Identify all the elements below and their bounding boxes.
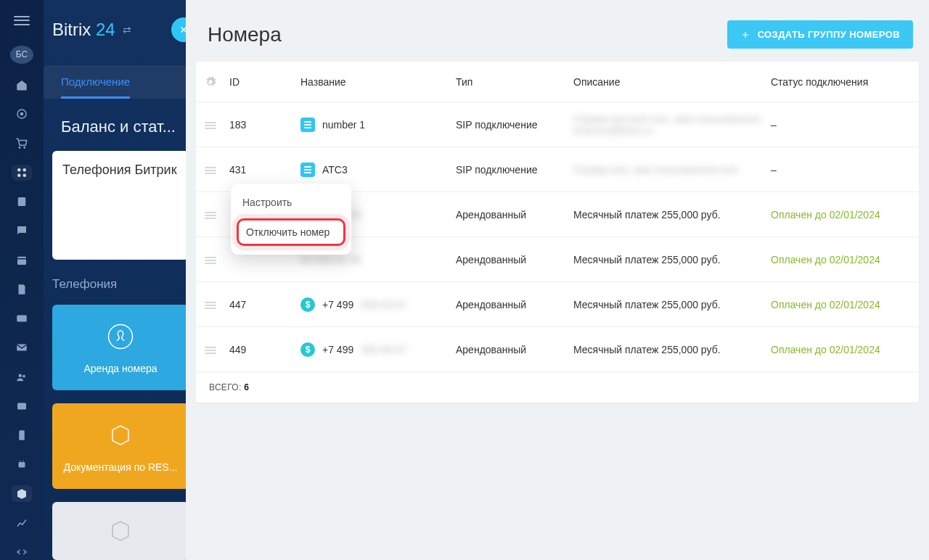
sip-icon: [300, 162, 315, 177]
cell-desc: Месячный платеж 255,000 руб.: [569, 254, 766, 265]
menu-configure[interactable]: Настроить: [231, 189, 351, 215]
cell-status: Оплачен до 02/01/2024: [766, 254, 919, 265]
drag-handle[interactable]: [205, 300, 216, 309]
cell-id: 449: [225, 344, 296, 355]
cell-desc: Сервер test.test.com, имя пользователя t…: [569, 113, 766, 136]
menu-disable-number[interactable]: Отключить номер: [237, 218, 345, 246]
mail-icon[interactable]: [12, 339, 32, 355]
table-header: ID Название Тип Описание Статус подключе…: [196, 62, 919, 102]
people-icon[interactable]: [12, 368, 32, 384]
sip-icon: [300, 118, 315, 132]
rent-number-label: Аренда номера: [84, 363, 157, 374]
home-icon[interactable]: [12, 77, 32, 93]
cell-desc: Месячный платеж 255,000 руб.: [569, 209, 766, 221]
docs-card[interactable]: Документация по RES...: [52, 403, 189, 489]
svg-rect-8: [17, 316, 27, 322]
phone-icon[interactable]: [12, 427, 32, 443]
avatar[interactable]: БС: [10, 46, 33, 64]
settings-icon[interactable]: [205, 76, 216, 88]
card-icon[interactable]: [12, 310, 32, 326]
svg-rect-12: [17, 403, 26, 409]
dollar-icon: $: [300, 342, 315, 357]
cell-name: $+7 499 983-88-87: [296, 342, 451, 357]
page-icon[interactable]: [12, 281, 32, 297]
extra-card[interactable]: [52, 502, 189, 560]
cell-status: –: [766, 119, 919, 131]
left-rail: БС: [0, 0, 44, 560]
svg-point-5: [23, 173, 27, 177]
cell-type: Арендованный: [451, 209, 569, 221]
cell-desc: Месячный платеж 255,000 руб.: [569, 299, 766, 310]
telephony-card[interactable]: Телефония Битрик: [52, 151, 189, 260]
badge-icon[interactable]: [12, 398, 32, 414]
chart-icon[interactable]: [12, 515, 32, 531]
cell-name: АТС3: [296, 162, 451, 177]
svg-point-15: [20, 461, 21, 462]
svg-rect-13: [19, 430, 25, 440]
drag-handle[interactable]: [205, 255, 216, 264]
cell-type: Арендованный: [451, 254, 569, 265]
table-row[interactable]: 447$+7 499 838-83-87АрендованныйМесячный…: [196, 282, 919, 327]
col-desc[interactable]: Описание: [569, 76, 766, 88]
svg-point-2: [17, 168, 21, 172]
docs-label: Документация по RES...: [64, 461, 178, 473]
svg-point-10: [19, 374, 22, 377]
table-row[interactable]: 449$+7 499 983-88-87АрендованныйМесячный…: [196, 327, 919, 372]
row-context-menu: Настроить Отключить номер: [231, 184, 351, 255]
col-name[interactable]: Название: [296, 76, 451, 88]
svg-point-11: [22, 374, 25, 377]
cell-status: Оплачен до 02/01/2024: [766, 344, 919, 355]
cell-type: SIP подключение: [451, 119, 569, 131]
cell-type: Арендованный: [451, 299, 569, 310]
code-icon[interactable]: [12, 544, 32, 560]
svg-point-3: [23, 168, 27, 172]
cell-status: Оплачен до 02/01/2024: [766, 209, 919, 221]
cell-status: Оплачен до 02/01/2024: [766, 299, 919, 310]
cell-desc: Месячный платеж 255,000 руб.: [569, 344, 766, 355]
rent-number-card[interactable]: Аренда номера: [52, 305, 189, 390]
col-id[interactable]: ID: [225, 76, 296, 88]
tab-connection[interactable]: Подключение: [61, 75, 130, 99]
svg-rect-7: [17, 256, 26, 264]
cell-id: 183: [225, 119, 296, 131]
workspace-switch-icon[interactable]: ⇄: [123, 24, 131, 36]
col-type[interactable]: Тип: [451, 76, 569, 88]
svg-point-1: [20, 112, 24, 116]
svg-point-17: [109, 325, 133, 349]
section-label: Телефония: [44, 260, 189, 292]
col-status[interactable]: Статус подключения: [766, 76, 919, 88]
integrations-icon[interactable]: [12, 165, 32, 181]
svg-point-16: [23, 461, 25, 462]
svg-point-4: [17, 173, 21, 177]
menu-toggle[interactable]: [14, 16, 30, 25]
cell-id: 447: [225, 299, 296, 310]
cell-status: –: [766, 164, 919, 176]
android-icon[interactable]: [12, 456, 32, 472]
doc-icon[interactable]: [12, 194, 32, 210]
drag-handle[interactable]: [205, 165, 216, 174]
cell-name: number 1: [296, 118, 451, 132]
cell-id: 431: [225, 164, 296, 176]
cart-icon[interactable]: [12, 136, 32, 152]
main-panel: Номера СОЗДАТЬ ГРУППУ НОМЕРОВ ID Названи…: [186, 0, 929, 560]
target-icon[interactable]: [12, 106, 32, 122]
drag-handle[interactable]: [205, 210, 216, 219]
chat-icon[interactable]: [12, 223, 32, 239]
brand: Bitrix 24: [52, 20, 115, 40]
table-footer: ВСЕГО: 6: [196, 372, 919, 403]
drag-handle[interactable]: [205, 120, 216, 129]
dollar-icon: $: [300, 297, 315, 312]
cell-name: 99 533-31-38: [296, 254, 451, 265]
tab-bar: Подключение: [44, 65, 189, 99]
table-row[interactable]: 183number 1SIP подключениеСервер test.te…: [196, 102, 919, 147]
calendar-icon[interactable]: [12, 252, 32, 268]
telephony-card-title: Телефония Битрик: [62, 162, 179, 178]
drag-handle[interactable]: [205, 345, 216, 354]
cube-icon[interactable]: [12, 485, 32, 501]
svg-rect-6: [18, 197, 26, 206]
create-group-button[interactable]: СОЗДАТЬ ГРУППУ НОМЕРОВ: [727, 20, 913, 49]
page-title: Номера: [208, 23, 282, 46]
cell-desc: Сервер test, имя пользователя test: [569, 164, 766, 176]
section-title: Баланс и стат...: [44, 99, 189, 136]
cell-type: SIP подключение: [451, 164, 569, 176]
